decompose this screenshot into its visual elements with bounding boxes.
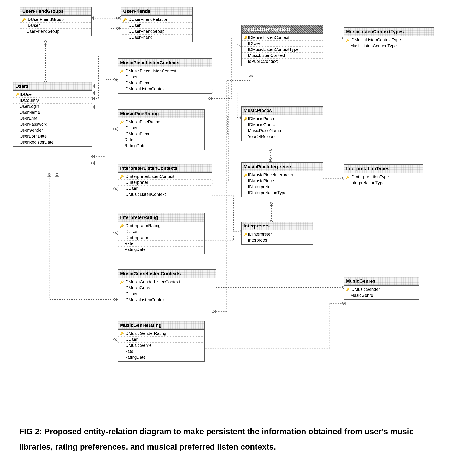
entity-field: IDUser <box>121 22 192 28</box>
field-label: IDMusicPieceInterpreter <box>248 172 320 178</box>
entity-MusicGenres[interactable]: MusicGenresIDMusicGenderMusicGenre <box>344 277 419 300</box>
field-label: IDUser <box>124 126 202 130</box>
entity-field: IDUserFriend <box>121 34 192 40</box>
field-label: IDMusicGenre <box>124 343 202 348</box>
entity-MusicGenreListenContexts[interactable]: MusicGenreListenContextsIDMusicGenderLis… <box>117 269 216 304</box>
entity-MusicPieces[interactable]: MusicPiecesIDMusicPieceIDMusicGenreMusic… <box>241 106 323 141</box>
svg-line-21 <box>116 78 117 80</box>
entity-Interpreters[interactable]: InterpretersIDInterpreterInterpreter <box>241 222 313 245</box>
field-label: IDMusicListenContext <box>124 192 210 197</box>
svg-point-30 <box>91 156 94 158</box>
entity-field: IDInterpreter <box>242 231 313 237</box>
entity-field: IDMusicPieceInterpreter <box>242 172 322 178</box>
field-label: Interpreter <box>248 238 310 243</box>
entity-title: UserFriendGroups <box>20 7 91 16</box>
entity-MusicPiceRating[interactable]: MuisicPiceRatingIDMusicPiceRatingIDUserI… <box>117 109 205 150</box>
entity-MusicListenContexts[interactable]: MusicListenContextsIDMusicListenContextI… <box>241 25 323 66</box>
entity-field: UserBornDate <box>13 133 92 139</box>
field-label: MusicGenre <box>350 293 417 298</box>
entity-field: IDUserFriendGroup <box>121 28 192 34</box>
connector <box>57 174 117 340</box>
field-label: IDMusicGenderRating <box>124 331 202 336</box>
entity-field: InterpretationType <box>344 180 423 186</box>
entity-field: UserName <box>13 109 92 115</box>
svg-point-112 <box>251 75 253 77</box>
field-label: IDUserFriendGroup <box>127 29 190 34</box>
entity-Users[interactable]: UsersIDUserIDCountryUserLoginUserNameUse… <box>13 82 93 147</box>
figure-caption: FIG 2: Proposed entity-relation diagram … <box>19 424 424 454</box>
entity-field: IDUserFriendGroup <box>20 17 91 22</box>
field-label: IDUser <box>20 92 90 97</box>
key-icon <box>15 92 20 97</box>
svg-line-87 <box>269 161 271 162</box>
entity-title: MusicPiceInterpreters <box>242 163 322 171</box>
svg-line-47 <box>239 45 241 47</box>
entity-MusicPiceInterpreters[interactable]: MusicPiceInterpretersIDMusicPieceInterpr… <box>241 162 323 198</box>
svg-point-38 <box>114 232 116 234</box>
field-label: UserRegisterDate <box>20 140 90 145</box>
connector <box>205 116 241 135</box>
key-icon <box>119 119 124 124</box>
entity-field: UserEmail <box>13 115 92 121</box>
svg-point-84 <box>270 149 272 151</box>
entity-field: MusicListenContextType <box>344 43 434 49</box>
field-label: InterpretationType <box>350 180 421 185</box>
entity-field: IDMusicListenContext <box>118 86 212 92</box>
svg-point-54 <box>56 173 58 176</box>
svg-point-26 <box>114 128 116 130</box>
svg-point-36 <box>91 162 94 164</box>
entity-field: MusicGenre <box>344 292 419 298</box>
entity-MusicListenContextTypes[interactable]: MusicListenContextTypesIDMusicListenCont… <box>344 27 434 51</box>
key-icon <box>122 17 127 22</box>
field-label: IDUser <box>124 74 210 79</box>
entity-field: IDMusicListenContext <box>118 297 216 303</box>
field-label: IDCountry <box>20 98 90 103</box>
entity-MusicPieceListenContexts[interactable]: MusicPieceListenContextsIDMusicPieceList… <box>117 58 212 94</box>
field-label: UserGender <box>20 128 90 133</box>
key-icon <box>243 116 248 121</box>
entity-field: Rate <box>118 348 204 354</box>
svg-point-48 <box>48 173 50 176</box>
svg-line-27 <box>116 127 117 129</box>
entity-title: MusicListenContexts <box>242 25 322 34</box>
field-label: MusicListenContext <box>248 53 320 58</box>
entity-field: IDUser <box>118 291 216 297</box>
svg-line-53 <box>116 299 117 301</box>
field-label: YearOfRelease <box>248 134 320 139</box>
entity-InterpreterListenContexts[interactable]: InterpreterListenContextsIDInterpreterLi… <box>117 164 212 199</box>
field-label: IDMusicListenContext <box>248 35 320 40</box>
svg-line-13 <box>119 27 121 29</box>
field-label: IDMusicListenContext <box>124 86 210 91</box>
entity-MusicGenreRating[interactable]: MusicGenreRatingIDMusicGenderRatingIDUse… <box>117 321 205 362</box>
entity-UserFriends[interactable]: UserFriendsIDUserFriendRelationIDUserIDU… <box>121 7 192 42</box>
entity-field: RatingDate <box>118 246 204 253</box>
entity-field: IDInterpreter <box>118 234 204 241</box>
entity-field: UserLogin <box>13 103 92 109</box>
entity-field: IsPublicContext <box>242 58 322 64</box>
entity-field: MusicListenContext <box>242 53 322 58</box>
entity-title: MuisicPiceRating <box>118 110 204 118</box>
entity-field: IDInterpreter <box>118 179 212 185</box>
svg-point-2 <box>116 17 119 19</box>
svg-point-102 <box>270 202 272 204</box>
entity-title: MusicListenContextTypes <box>344 28 434 36</box>
svg-line-51 <box>116 298 117 299</box>
entity-UserFriendGroups[interactable]: UserFriendGroupsIDUserFriendGroupIDUserU… <box>20 7 92 36</box>
svg-line-23 <box>116 80 117 81</box>
connector <box>323 125 383 277</box>
entity-field: UserGender <box>13 127 92 133</box>
key-icon <box>119 223 124 228</box>
svg-point-56 <box>114 339 116 341</box>
entity-field: MusicPieceName <box>242 127 322 134</box>
entity-InterpretationTypes[interactable]: InterpretationTypesIDInterpretationTypeI… <box>344 164 423 188</box>
field-label: UserName <box>20 110 90 115</box>
entity-title: InterpreterListenContexts <box>118 164 212 173</box>
entity-InterpreterRating[interactable]: InterpreterRatingIDInterpreterRatingIDUs… <box>117 213 205 254</box>
svg-line-61 <box>211 97 212 99</box>
field-label: RatingDate <box>124 247 202 252</box>
field-label: IDUserFriendGroup <box>27 17 89 22</box>
key-icon <box>243 172 248 178</box>
svg-point-126 <box>212 311 214 313</box>
field-label: UserFriendGroup <box>27 29 89 34</box>
svg-line-59 <box>116 340 117 341</box>
